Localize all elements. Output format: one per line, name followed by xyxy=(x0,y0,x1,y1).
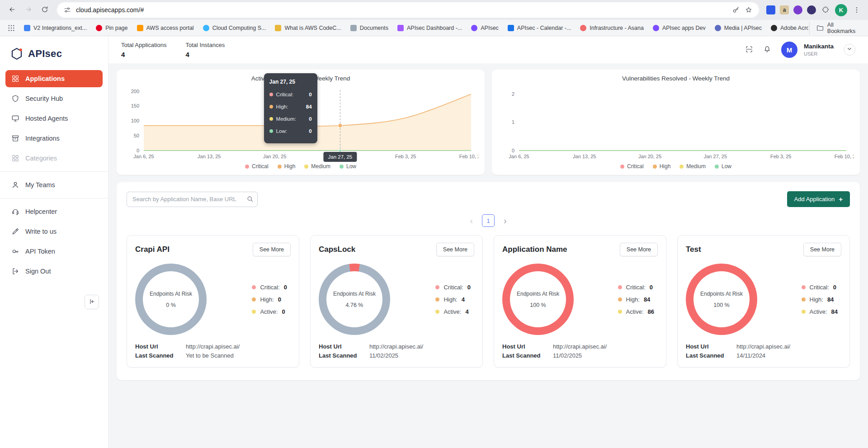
donut-center-label: Endpoints At Risk xyxy=(333,291,376,297)
back-button[interactable] xyxy=(5,2,20,18)
pagination-prev-button[interactable]: ‹ xyxy=(470,216,473,225)
extension-purple-icon[interactable] xyxy=(793,5,802,14)
bookmark-item[interactable]: Pin page xyxy=(92,23,132,33)
site-controls-icon[interactable] xyxy=(63,6,71,14)
risk-donut: Endpoints At Risk 100 % xyxy=(502,264,574,335)
bookmark-item[interactable]: AWS access portal xyxy=(133,23,198,33)
bookmark-item[interactable]: Documents xyxy=(346,23,392,33)
extensions-puzzle-icon[interactable] xyxy=(821,6,830,14)
browser-profile-avatar[interactable]: K xyxy=(835,4,847,16)
stat-row: Active:84 xyxy=(802,308,838,315)
vulnerabilities-resolved-card: Vulnerabilities Resolved - Weekly Trend … xyxy=(492,70,860,175)
bookmark-item[interactable]: Infrastructure - Asana xyxy=(576,23,648,33)
legend-dot xyxy=(278,165,282,169)
user-avatar[interactable]: M xyxy=(781,42,797,58)
tooltip-value: 0 xyxy=(309,128,311,134)
last-scanned-value: 11/02/2025 xyxy=(369,352,398,359)
tooltip-dot xyxy=(269,105,273,108)
sidebar-item-helpcenter[interactable]: Helpcenter xyxy=(5,203,103,220)
sidebar-nav: ApplicationsSecurity HubHosted AgentsInt… xyxy=(0,69,108,281)
sidebar-item-my-teams[interactable]: My Teams xyxy=(5,176,103,193)
sidebar-item-hosted-agents[interactable]: Hosted Agents xyxy=(5,110,103,127)
stat-dot xyxy=(252,285,256,289)
bookmark-item[interactable]: APIsec apps Dev xyxy=(649,23,710,33)
refresh-button[interactable] xyxy=(37,2,52,18)
scan-button[interactable] xyxy=(745,45,753,55)
plus-icon: + xyxy=(839,196,843,203)
pagination-next-button[interactable]: › xyxy=(504,216,507,225)
bookmark-item[interactable]: V2 Integrations_ext... xyxy=(20,23,91,33)
api-token-icon xyxy=(11,247,19,255)
integrations-icon xyxy=(11,134,19,142)
svg-text:Feb 3, 25: Feb 3, 25 xyxy=(770,154,791,159)
extension-blue-icon[interactable] xyxy=(766,5,775,14)
application-card: Application Name See More Endpoints At R… xyxy=(494,235,666,368)
stat-value: 0 xyxy=(833,284,836,291)
bookmark-favicon xyxy=(397,25,404,31)
address-bar[interactable]: cloud.apisecapps.com/# xyxy=(57,2,759,18)
donut-center-value: 100 % xyxy=(713,302,729,308)
stat-value: 84 xyxy=(831,308,838,315)
user-menu-chevron[interactable] xyxy=(844,44,855,56)
all-bookmarks-button[interactable]: All Bookmarks xyxy=(809,22,863,34)
stat-label: Active: xyxy=(443,308,461,315)
bookmark-item[interactable]: APIsec xyxy=(467,23,503,33)
stat-value: 86 xyxy=(648,308,654,315)
stat-dot xyxy=(618,310,622,314)
search-button[interactable] xyxy=(246,195,254,204)
bookmark-item[interactable]: APIsec Dashboard -... xyxy=(393,23,466,33)
extension-navy-icon[interactable] xyxy=(807,5,816,14)
sidebar-item-security-hub[interactable]: Security Hub xyxy=(5,90,103,107)
see-more-button[interactable]: See More xyxy=(620,243,658,256)
tooltip-label: Low: xyxy=(276,128,287,134)
extension-a-icon[interactable]: a xyxy=(780,5,789,14)
bookmark-favicon xyxy=(471,25,477,31)
forward-icon xyxy=(24,5,33,15)
see-more-button[interactable]: See More xyxy=(436,243,474,256)
notifications-button[interactable] xyxy=(763,45,771,55)
sidebar-item-categories[interactable]: Categories xyxy=(5,150,103,167)
stat-value: 0 xyxy=(282,308,285,315)
password-manager-icon[interactable] xyxy=(732,6,740,14)
bookmark-item[interactable]: Media | APIsec xyxy=(711,23,766,33)
top-header: Total Applications4Total Instances4 M Ma… xyxy=(108,36,868,63)
bookmark-item[interactable]: Adobe Acrobat xyxy=(767,23,808,33)
add-application-button[interactable]: Add Application + xyxy=(787,191,850,207)
browser-menu-icon[interactable] xyxy=(853,6,861,14)
legend-dot xyxy=(620,165,624,169)
bookmark-favicon xyxy=(508,25,514,31)
legend-dot xyxy=(679,165,684,169)
security-hub-icon xyxy=(11,94,19,103)
bookmark-favicon xyxy=(580,25,586,31)
legend-dot xyxy=(304,165,308,169)
legend-label: High xyxy=(284,163,296,170)
application-card: Crapi API See More Endpoints At Risk 0 %… xyxy=(127,235,299,368)
stat-dot xyxy=(435,310,439,314)
stat-value: 0 xyxy=(467,284,471,291)
sidebar-item-integrations[interactable]: Integrations xyxy=(5,130,103,147)
sidebar-collapse-button[interactable] xyxy=(85,295,99,309)
bookmark-item[interactable]: APIsec - Calendar -... xyxy=(504,23,576,33)
forward-button[interactable] xyxy=(21,2,36,18)
sidebar-item-api-token[interactable]: API Token xyxy=(5,243,103,260)
sidebar-item-applications[interactable]: Applications xyxy=(5,70,103,87)
svg-text:Feb 10, 25: Feb 10, 25 xyxy=(835,154,854,159)
svg-text:Jan 6, 25: Jan 6, 25 xyxy=(133,154,154,159)
search-input[interactable] xyxy=(127,192,258,207)
legend-label: Critical xyxy=(252,163,269,170)
see-more-button[interactable]: See More xyxy=(253,243,291,256)
apps-launcher-icon[interactable] xyxy=(5,22,17,34)
host-url-value: http://crapi.apisec.ai/ xyxy=(736,343,790,350)
donut-center-label: Endpoints At Risk xyxy=(517,291,559,297)
sidebar-item-write-to-us[interactable]: Write to us xyxy=(5,223,103,240)
resolved-vulnerabilities-chart[interactable]: 012Jan 6, 25Jan 13, 25Jan 20, 25Jan 27, … xyxy=(498,82,854,162)
bookmark-item[interactable]: Cloud Computing S... xyxy=(199,23,270,33)
sidebar-item-sign-out[interactable]: Sign Out xyxy=(5,263,103,280)
scan-icon xyxy=(745,45,753,55)
bookmark-star-icon[interactable] xyxy=(745,6,753,14)
stat-value: 0 xyxy=(284,284,287,291)
bookmark-item[interactable]: What is AWS CodeC... xyxy=(271,23,345,33)
pagination-page-1[interactable]: 1 xyxy=(482,214,495,227)
last-scanned-value: Yet to be Scanned xyxy=(186,352,234,359)
see-more-button[interactable]: See More xyxy=(803,243,841,256)
